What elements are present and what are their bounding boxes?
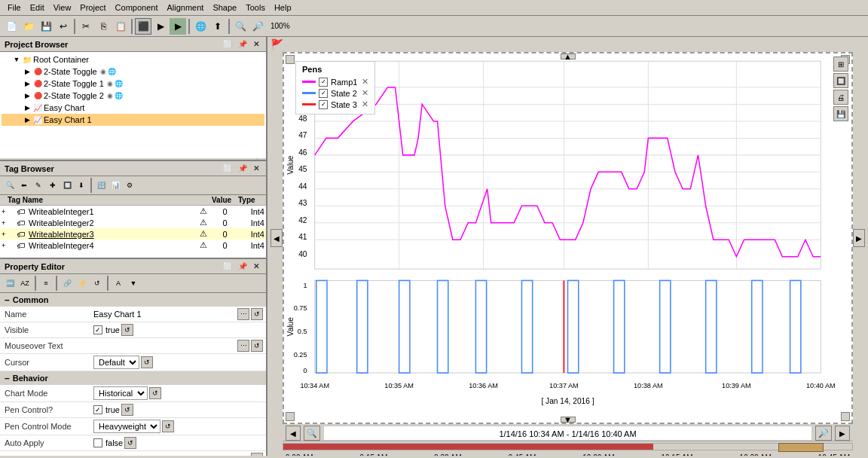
menu-help[interactable]: Help: [270, 2, 296, 14]
tag-row-1[interactable]: + 🏷 WriteableInteger2 ⚠ 0 Int4: [0, 217, 266, 228]
pb-minimize[interactable]: ⬜: [221, 39, 234, 49]
menu-alignment[interactable]: Alignment: [162, 2, 208, 14]
tag-btn-3[interactable]: ✎: [32, 179, 45, 192]
run-btn[interactable]: ▶: [170, 18, 186, 35]
tag-btn-2[interactable]: ⬅: [17, 179, 31, 192]
prop-autoapply-value[interactable]: false ↺: [90, 435, 266, 450]
pe-minimize[interactable]: ⬜: [221, 261, 234, 271]
expand-3[interactable]: ▶: [23, 103, 32, 112]
new-btn[interactable]: 📄: [3, 18, 20, 35]
menu-view[interactable]: View: [49, 2, 76, 14]
chart-left-nav[interactable]: ◀: [270, 229, 283, 247]
legend-remove-2[interactable]: ✕: [362, 99, 368, 109]
open-btn[interactable]: 📁: [20, 18, 37, 35]
prop-pencontrolmode-value[interactable]: Heavyweight ↺: [90, 418, 266, 435]
tag-row-2[interactable]: + 🏷 WriteableInteger3 ⚠ 0 Int4: [0, 228, 266, 240]
pencontrol-checkbox[interactable]: ✓: [93, 405, 102, 414]
tree-item-root[interactable]: ▼ 📁 Root Container: [2, 53, 264, 66]
corner-br[interactable]: [841, 412, 850, 421]
pb-pin[interactable]: 📌: [236, 39, 249, 49]
prop-cursor-value[interactable]: Default ↺: [90, 354, 266, 371]
zoom-out-btn[interactable]: 🔎: [249, 18, 266, 35]
prop-name-input[interactable]: [93, 310, 236, 319]
prop-view-btn[interactable]: ≡: [39, 276, 53, 290]
print-btn[interactable]: 🖨: [833, 90, 848, 105]
resize-top[interactable]: ▲: [561, 53, 576, 60]
legend-check-2[interactable]: ✓: [319, 100, 328, 109]
zoom-fit-btn[interactable]: ⊞: [833, 56, 848, 72]
prop-name-value[interactable]: ⋯ ↺: [90, 307, 266, 322]
tb-close[interactable]: ✕: [251, 163, 261, 173]
tag-btn-4[interactable]: ✚: [46, 179, 60, 192]
prop-sort-btn[interactable]: 🔤: [3, 276, 17, 290]
deploy-btn[interactable]: ⬆: [209, 18, 226, 35]
tb-undo[interactable]: ↩: [55, 18, 72, 35]
paste-btn[interactable]: 📋: [112, 18, 129, 35]
prop-pollrate-input[interactable]: [93, 454, 249, 456]
prop-chartmode-value[interactable]: Historical ↺: [90, 385, 266, 402]
tag-row-0[interactable]: + 🏷 WriteableInteger1 ⚠ 0 Int4: [0, 206, 266, 217]
tag-btn-7[interactable]: 🔢: [94, 179, 108, 192]
nav-prev-btn[interactable]: ◀: [286, 426, 301, 441]
preview-btn[interactable]: ▶: [152, 18, 169, 35]
prop-chartmode-select[interactable]: Historical: [93, 386, 148, 400]
expand-1[interactable]: ▶: [23, 79, 32, 88]
nav-zoom-icon[interactable]: 🔍: [304, 426, 320, 441]
tb-pin[interactable]: 📌: [236, 163, 249, 173]
nav-range-display[interactable]: 1/14/16 10:34 AM - 1/14/16 10:40 AM: [323, 426, 812, 441]
menu-tools[interactable]: Tools: [241, 2, 270, 14]
prop-font-btn[interactable]: A: [112, 276, 125, 290]
publish-btn[interactable]: 🌐: [192, 18, 209, 35]
tag-btn-6[interactable]: ⬇: [75, 179, 88, 192]
nav-zoom-plus-icon[interactable]: 🔎: [815, 426, 832, 441]
copy-btn[interactable]: ⎘: [95, 18, 112, 35]
tag-btn-9[interactable]: ⚙: [123, 179, 136, 192]
prop-pencontrolmode-select[interactable]: Heavyweight: [93, 420, 160, 433]
prop-visible-reset-btn[interactable]: ↺: [121, 324, 133, 336]
pb-close[interactable]: ✕: [251, 39, 261, 49]
prop-chartmode-reset-btn[interactable]: ↺: [149, 387, 161, 399]
expand-0[interactable]: ▶: [23, 67, 32, 76]
design-mode-btn[interactable]: ⬛: [135, 18, 151, 35]
menu-component[interactable]: Component: [111, 2, 163, 14]
tree-item-4[interactable]: ▶ 📈 Easy Chart 1: [2, 114, 264, 126]
prop-more-btn[interactable]: ▼: [127, 276, 140, 290]
tag-row-3[interactable]: + 🏷 WriteableInteger4 ⚠ 0 Int4: [0, 240, 266, 251]
expand-4[interactable]: ▶: [23, 115, 32, 124]
tb-minimize[interactable]: ⬜: [221, 163, 234, 173]
tag-expand-1[interactable]: +: [2, 219, 17, 227]
tag-expand-0[interactable]: +: [2, 208, 17, 215]
chart-right-nav[interactable]: ▶: [853, 229, 865, 247]
prop-autoapply-reset-btn[interactable]: ↺: [124, 437, 136, 449]
pe-pin[interactable]: 📌: [236, 261, 249, 271]
tree-item-3[interactable]: ▶ 📈 Easy Chart: [2, 102, 264, 114]
autoapply-checkbox[interactable]: [93, 438, 102, 447]
legend-remove-0[interactable]: ✕: [362, 77, 368, 87]
legend-check-1[interactable]: ✓: [319, 89, 328, 98]
visible-checkbox[interactable]: ✓: [93, 325, 102, 334]
tag-expand-3[interactable]: +: [2, 242, 17, 249]
menu-shape[interactable]: Shape: [208, 2, 241, 14]
prop-pencontrol-reset-btn[interactable]: ↺: [121, 404, 133, 416]
prop-script-btn[interactable]: ⚡: [75, 276, 89, 290]
prop-cursor-select[interactable]: Default: [93, 356, 139, 369]
prop-pollrate-value[interactable]: ↺: [90, 451, 266, 456]
tag-btn-1[interactable]: 🔍: [3, 179, 17, 192]
timeline-indicator[interactable]: [778, 443, 824, 452]
tag-btn-5[interactable]: 🔲: [60, 179, 74, 192]
corner-tl[interactable]: [286, 55, 295, 64]
zoom-chart-btn[interactable]: 🔲: [833, 73, 848, 88]
prop-mouseover-input[interactable]: [93, 341, 236, 350]
prop-pencontrol-value[interactable]: ✓ true ↺: [90, 402, 266, 417]
save-btn[interactable]: 💾: [38, 18, 54, 35]
prop-reset-btn[interactable]: ↺: [90, 276, 104, 290]
menu-project[interactable]: Project: [75, 2, 110, 14]
prop-pencontrolmode-reset-btn[interactable]: ↺: [162, 420, 174, 432]
prop-mouseover-edit-btn[interactable]: ⋯: [237, 340, 249, 352]
save-chart-btn[interactable]: 💾: [833, 106, 848, 121]
prop-name-reset-btn[interactable]: ↺: [251, 308, 263, 320]
prop-name-edit-btn[interactable]: ⋯: [237, 308, 249, 320]
cut-btn[interactable]: ✂: [78, 18, 94, 35]
tree-item-0[interactable]: ▶ 🔴 2-State Toggle ◉ 🌐: [2, 66, 264, 78]
legend-check-0[interactable]: ✓: [319, 78, 328, 87]
